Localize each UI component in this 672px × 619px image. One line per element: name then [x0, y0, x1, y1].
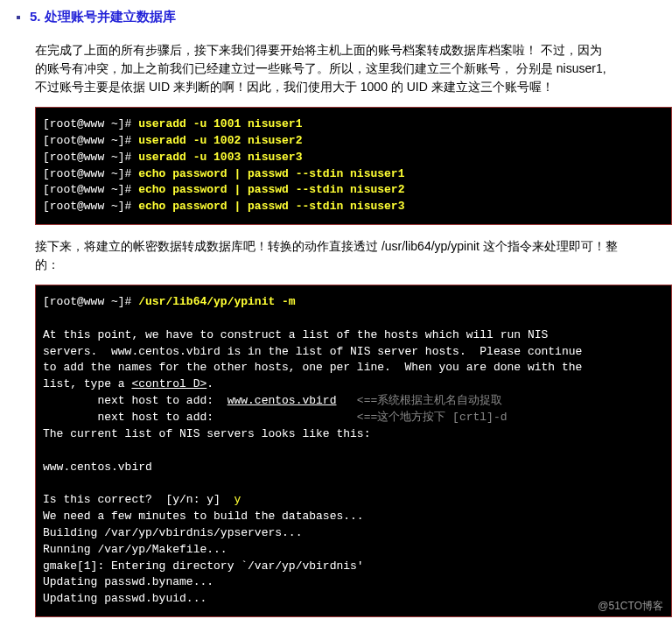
- term2-out8: Building /var/yp/vbirdnis/ypservers...: [43, 525, 664, 542]
- term2-out3: to add the names for the other hosts, on…: [43, 360, 664, 376]
- term2-out1: At this point, we have to construct a li…: [43, 327, 664, 344]
- p2-line2: 的：: [35, 257, 60, 271]
- p1-line2: 的账号有冲突，加上之前我们已经建立过一些账号了。所以，这里我们建立三个新账号， …: [35, 61, 606, 75]
- term2-out11: Updating passwd.byname...: [43, 574, 664, 591]
- term2-out2: servers. www.centos.vbird is in the list…: [43, 344, 664, 361]
- paragraph-1: 在完成了上面的所有步骤后，接下来我们得要开始将主机上面的账号档案转成数据库档案啦…: [35, 41, 672, 96]
- section-list: 5. 处理账号并建立数据库: [9, 9, 672, 34]
- terminal-box-1: [root@www ~]# useradd -u 1001 nisuser1[r…: [35, 107, 672, 225]
- term2-out10: gmake[1]: Entering directory `/var/yp/vb…: [43, 559, 664, 575]
- term2-cmd-line: [root@www ~]# /usr/lib64/yp/ypinit -m: [43, 294, 664, 311]
- p1-line1: 在完成了上面的所有步骤后，接下来我们得要开始将主机上面的账号档案转成数据库档案啦…: [35, 43, 602, 57]
- term2-next2: next host to add: <==这个地方按下 [crtl]-d: [43, 410, 664, 426]
- paragraph-2: 接下来，将建立的帐密数据转成数据库吧！转换的动作直接透过 /usr/lib64/…: [35, 237, 672, 274]
- term2-out4: list, type a <control D>.: [43, 376, 664, 393]
- term2-out9: Running /var/yp/Makefile...: [43, 542, 664, 559]
- term2-out5: The current list of NIS servers looks li…: [43, 426, 664, 443]
- heading-title: 处理账号并建立数据库: [45, 9, 176, 24]
- p2-line1: 接下来，将建立的帐密数据转成数据库吧！转换的动作直接透过 /usr/lib64/…: [35, 239, 618, 253]
- term1-line-4: [root@www ~]# echo password | passwd --s…: [43, 182, 664, 199]
- section-heading: 5. 处理账号并建立数据库: [30, 9, 672, 34]
- term2-correct: Is this correct? [y/n: y] y: [43, 492, 664, 509]
- term2-out6: www.centos.vbird: [43, 460, 664, 476]
- document-page: 5. 处理账号并建立数据库 在完成了上面的所有步骤后，接下来我们得要开始将主机上…: [0, 0, 672, 617]
- term2-out12: Updating passwd.byuid...: [43, 591, 664, 608]
- term1-line-5: [root@www ~]# echo password | passwd --s…: [43, 199, 664, 215]
- term1-line-1: [root@www ~]# useradd -u 1002 nisuser2: [43, 133, 664, 150]
- term2-next1: next host to add: www.centos.vbird <==系统…: [43, 393, 664, 410]
- term1-line-2: [root@www ~]# useradd -u 1003 nisuser3: [43, 150, 664, 166]
- term1-line-0: [root@www ~]# useradd -u 1001 nisuser1: [43, 116, 664, 133]
- term2-out7: We need a few minutes to build the datab…: [43, 509, 664, 525]
- term1-line-3: [root@www ~]# echo password | passwd --s…: [43, 166, 664, 183]
- terminal-box-2: [root@www ~]# /usr/lib64/yp/ypinit -m At…: [35, 285, 672, 617]
- p1-line3: 不过账号主要是依据 UID 来判断的啊！因此，我们使用大于 1000 的 UID…: [35, 80, 554, 94]
- watermark: @51CTO博客: [598, 599, 663, 614]
- heading-number: 5.: [30, 9, 41, 24]
- section-item: 5. 处理账号并建立数据库: [30, 9, 672, 34]
